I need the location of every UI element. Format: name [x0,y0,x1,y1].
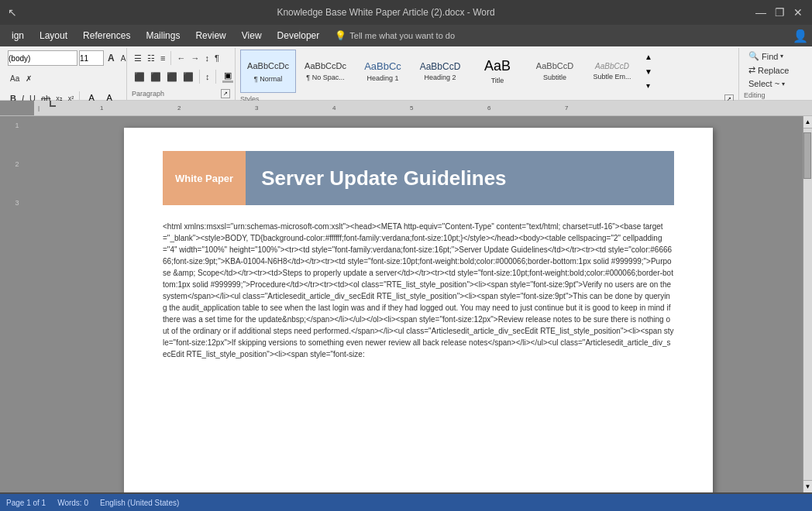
editing-group-label: Editing [744,91,804,99]
doc-area[interactable]: White Paper Server Update Guidelines <ht… [34,116,803,492]
style-subtle-em[interactable]: AaBbCcD Subtle Em... [584,50,640,93]
find-button[interactable]: 🔍 Find ▾ [744,50,788,63]
ruler-tick-5: 5 [410,105,413,111]
title-bar-title: Knowledge Base White Paper Article (2).d… [277,7,494,18]
decrease-indent-button[interactable]: ← [174,50,188,67]
user-icon: 👤 [793,29,808,43]
line-spacing-button[interactable]: ↕ [203,68,212,85]
ruler-tick-2: 2 [177,105,181,111]
align-right-button[interactable]: ⬛ [164,68,180,85]
show-marks-button[interactable]: ¶ [212,50,222,67]
style-subtitle[interactable]: AaBbCcD Subtitle [527,50,583,93]
editing-label: Editing [744,91,766,99]
left-panel: 1 2 3 [0,116,34,492]
find-dropdown-arrow: ▾ [780,53,783,60]
style-heading2-preview: AaBbCcD [420,61,461,72]
menu-item-references[interactable]: References [75,27,138,44]
align-center-button[interactable]: ⬛ [148,68,163,85]
styles-expand-button[interactable]: ▾ [643,80,654,91]
scrollbar-track[interactable] [803,129,812,480]
font-grow-button[interactable]: A [105,50,117,67]
menu-item-ign[interactable]: ign [4,27,32,44]
replace-button[interactable]: ⇄ Replace [744,63,793,77]
style-heading2-label: Heading 2 [424,74,456,81]
numbering-button[interactable]: ☷ [145,50,157,67]
bullets-button[interactable]: ☰ [132,50,144,67]
menu-item-developer[interactable]: Developer [270,27,328,44]
menu-bar: ign Layout References Mailings Review Vi… [0,25,812,46]
font-group: A A Aa ✗ B I U ab x₂ x² A A [3,48,127,100]
increase-indent-button[interactable]: → [188,50,201,67]
doc-page: White Paper Server Update Guidelines <ht… [124,128,713,492]
style-normal[interactable]: AaBbCcDc ¶ Normal [240,50,296,93]
main-area: 1 2 3 White Paper Server Update Guidelin… [0,116,812,492]
styles-scroll-up-button[interactable]: ▲ [643,51,654,63]
style-heading1[interactable]: AaBbCc Heading 1 [355,50,411,93]
style-normal-label: ¶ Normal [254,75,282,83]
para-row-1: ☰ ☷ ≡ ← → ↕ ¶ [132,50,222,67]
minimize-button[interactable]: — [755,6,767,19]
title-bar: ↖ Knowledge Base White Paper Article (2)… [0,0,812,25]
paragraph-expand-button[interactable]: ↗ [221,89,230,98]
style-heading2[interactable]: AaBbCcD Heading 2 [412,50,468,93]
select-dropdown-arrow: ▾ [782,81,785,87]
tell-me-area[interactable]: 💡 Tell me what you want to do [335,30,455,41]
ruler-left [0,101,34,115]
menu-item-mailings[interactable]: Mailings [138,27,188,44]
ruler-tick-1: 1 [100,105,103,111]
vertical-scrollbar: ▲ ▼ [803,116,812,492]
vertical-ruler-mark-3: 3 [15,199,19,207]
align-left-button[interactable]: ⬛ [132,68,147,85]
shading-button[interactable]: ▣ [219,69,236,84]
font-row-1: A A [8,50,128,67]
maximize-button[interactable]: ❐ [773,6,786,19]
ruler-tick-3: 3 [255,105,258,111]
user-profile[interactable]: 👤 [793,29,808,43]
close-button[interactable]: ✕ [792,6,804,19]
menu-item-view[interactable]: View [234,27,270,44]
tab-stop-marker [50,101,56,107]
scrollbar-down-button[interactable]: ▼ [803,480,812,492]
style-title-label: Title [491,77,504,84]
word-count: Words: 0 [57,499,88,507]
language: English (United States) [100,499,179,507]
doc-content[interactable]: <html xmlns:msxsl="urn:schemas-microsoft… [163,221,674,360]
ruler-main: | 1 2 3 4 5 6 7 [34,101,812,115]
vertical-ruler-mark-1: 1 [15,122,19,129]
style-no-spacing-preview: AaBbCcDc [304,61,346,71]
separator-4 [215,70,216,84]
ruler-tick-7: 7 [565,105,568,111]
doc-header-title: Server Update Guidelines [246,151,674,205]
ribbon: A A Aa ✗ B I U ab x₂ x² A A [0,46,812,101]
change-case-button[interactable]: Aa [8,70,22,87]
style-no-spacing[interactable]: AaBbCcDc ¶ No Spac... [298,50,353,93]
scrollbar-thumb[interactable] [803,132,811,179]
search-icon: 🔍 [748,51,759,61]
lightbulb-icon: 💡 [335,30,346,41]
sort-button[interactable]: ↕ [202,50,212,67]
menu-item-layout[interactable]: Layout [32,27,75,44]
ruler-tick-4: 4 [332,105,335,111]
font-name-input[interactable] [8,50,77,66]
page-info: Page 1 of 1 [6,499,46,507]
shading-color-indicator [222,81,233,83]
scrollbar-up-button[interactable]: ▲ [803,116,812,129]
style-title[interactable]: AaB Title [470,50,525,93]
clear-format-button[interactable]: ✗ [23,70,34,87]
status-bar: Page 1 of 1 Words: 0 English (United Sta… [0,494,812,511]
menu-item-review[interactable]: Review [188,27,233,44]
ruler-tick-0: | [38,105,40,111]
doc-header: White Paper Server Update Guidelines [163,151,674,205]
styles-scroll-down-button[interactable]: ▼ [643,66,654,77]
styles-list: AaBbCcDc ¶ Normal AaBbCcDc ¶ No Spac... … [240,50,640,93]
tell-me-text[interactable]: Tell me what you want to do [349,31,455,40]
justify-button[interactable]: ⬛ [181,68,196,85]
select-button[interactable]: Select ~ ▾ [744,77,790,90]
style-heading1-preview: AaBbCc [364,60,401,73]
ruler: | 1 2 3 4 5 6 7 [0,101,812,116]
font-size-input[interactable] [79,50,104,66]
style-heading1-label: Heading 1 [366,74,398,82]
multilevel-list-button[interactable]: ≡ [158,50,167,67]
cursor-area: ↖ [8,6,17,19]
styles-scroll-controls: ▲ ▼ ▾ [642,50,655,93]
